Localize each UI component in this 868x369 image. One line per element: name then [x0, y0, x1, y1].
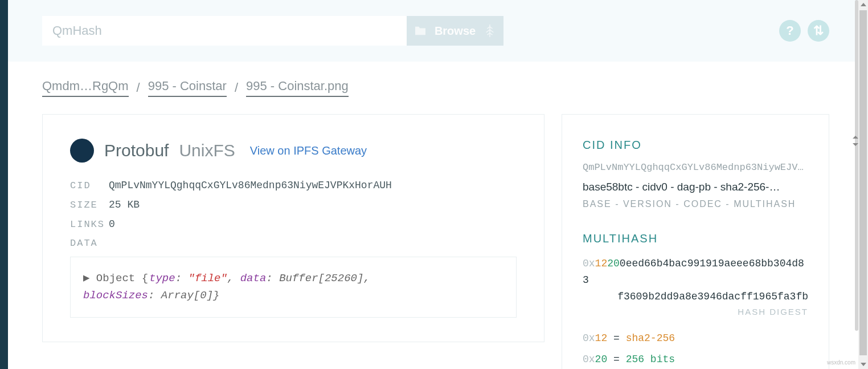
mh-eq1-val: sha2-256: [626, 332, 675, 344]
breadcrumb-item-folder[interactable]: 995 - Coinstar: [148, 79, 227, 97]
cid-info-card: CID INFO QmPLvNmYYLQghqqCxGYLv86Mednp63N…: [562, 114, 829, 369]
object-header: Protobuf UnixFS View on IPFS Gateway: [70, 139, 517, 163]
mh-length-explain: 0x20 = 256 bits: [583, 351, 808, 368]
breadcrumb-sep: /: [235, 80, 238, 95]
breadcrumb-item-root[interactable]: Qmdm…RgQm: [42, 79, 129, 97]
obj-val-data: Buffer[25260]: [279, 272, 363, 285]
hash-digest-label: HASH DIGEST: [583, 307, 808, 317]
meta-value-links: 0: [109, 218, 115, 230]
mh-prefix: 0x: [583, 258, 595, 269]
left-sidebar-strip: [0, 0, 8, 369]
format-name: UnixFS: [179, 141, 235, 160]
resize-handle-icon[interactable]: [853, 136, 858, 146]
meta-value-size: 25 KB: [109, 199, 140, 210]
window-scrollbar[interactable]: [858, 0, 868, 369]
obj-key-type: type: [149, 272, 175, 285]
mh-length: 20: [607, 258, 620, 269]
scroll-down-arrow-icon[interactable]: [861, 363, 866, 366]
cid-info-heading: CID INFO: [583, 139, 808, 152]
search-input[interactable]: [42, 16, 407, 46]
obj-val-blocksizes: Array[0]: [161, 289, 213, 302]
codec-name: Protobuf: [104, 141, 169, 160]
meta-row-cid: CID QmPLvNmYYLQghqqCxGYLv86Mednp63NiywEJ…: [70, 180, 517, 191]
scroll-up-arrow-icon[interactable]: [861, 3, 866, 6]
transfer-icon: ⇅: [813, 23, 824, 38]
gateway-link[interactable]: View on IPFS Gateway: [250, 144, 367, 157]
mh-eq2-eq: =: [607, 354, 625, 365]
top-bar: Browse ? ⇅: [8, 0, 863, 62]
cid-full-hash: QmPLvNmYYLQghqqCxGYLv86Mednp63NiywEJVPKx…: [583, 162, 808, 173]
meta-value-cid: QmPLvNmYYLQghqqCxGYLv86Mednp63NiywEJVPKx…: [109, 180, 392, 191]
mh-eq2-prefix: 0x: [583, 354, 595, 365]
cid-encoding: base58btc - cidv0 - dag-pb - sha2-256-…: [583, 181, 808, 193]
obj-key-data: data: [240, 272, 267, 285]
cid-legend: BASE - VERSION - CODEC - MULTIHASH: [583, 199, 808, 209]
obj-val-type: "file": [188, 272, 227, 285]
obj-suffix: }: [213, 289, 219, 302]
multihash-hex-line2: f3609b2dd9a8e3946dacff1965fa3fb: [583, 289, 808, 305]
mh-eq1-eq: =: [607, 332, 625, 344]
watermark-text: wsxdn.com: [827, 359, 855, 366]
expand-triangle-icon[interactable]: ▶ Object {: [83, 272, 148, 285]
codec-dot-icon: [70, 139, 94, 163]
breadcrumb-sep: /: [137, 80, 140, 95]
mh-eq2-code: 20: [595, 354, 608, 365]
mh-eq1-code: 12: [595, 332, 608, 344]
help-button[interactable]: ?: [779, 20, 801, 42]
browse-label: Browse: [435, 25, 476, 38]
data-object-box[interactable]: ▶ Object {type: "file", data: Buffer[252…: [70, 257, 517, 318]
obj-key-blocksizes: blockSizes: [83, 289, 148, 302]
meta-label-size: SIZE: [70, 200, 109, 210]
mh-eq2-val: 256 bits: [626, 354, 675, 365]
mh-code-explain: 0x12 = sha2-256: [583, 330, 808, 347]
tree-icon: [484, 23, 496, 38]
browse-button[interactable]: Browse: [407, 16, 503, 46]
meta-row-size: SIZE 25 KB: [70, 199, 517, 210]
transfer-button[interactable]: ⇅: [808, 20, 829, 42]
object-card: Protobuf UnixFS View on IPFS Gateway CID…: [42, 114, 544, 342]
main-scroll-area: Browse ? ⇅ Qmdm…RgQm / 995 - Coinstar / …: [8, 0, 868, 369]
meta-label-cid: CID: [70, 180, 109, 191]
top-right-icons: ? ⇅: [779, 20, 829, 42]
folder-icon: [414, 26, 427, 36]
scrollbar-thumb[interactable]: [859, 10, 867, 355]
search-wrap: Browse: [42, 16, 503, 46]
meta-row-data: DATA: [70, 238, 517, 249]
mh-code: 12: [595, 258, 608, 269]
mh-eq1-prefix: 0x: [583, 332, 595, 344]
breadcrumb-item-file[interactable]: 995 - Coinstar.png: [246, 79, 349, 97]
meta-label-links: LINKS: [70, 219, 109, 230]
meta-label-data: DATA: [70, 238, 109, 249]
multihash-hex: 0x12200eed66b4bac991919aeee68bb304d83: [583, 256, 808, 289]
meta-row-links: LINKS 0: [70, 218, 517, 230]
breadcrumb: Qmdm…RgQm / 995 - Coinstar / 995 - Coins…: [8, 62, 863, 108]
multihash-heading: MULTIHASH: [583, 232, 808, 245]
help-icon: ?: [786, 23, 793, 38]
content-row: Protobuf UnixFS View on IPFS Gateway CID…: [8, 108, 863, 369]
